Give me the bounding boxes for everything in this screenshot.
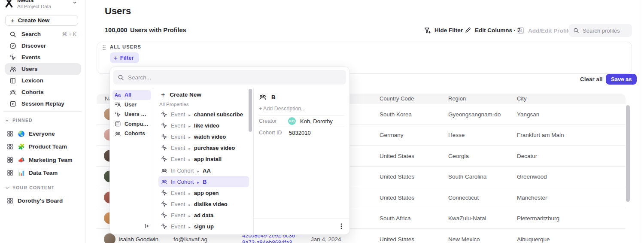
cell-region: KwaZulu-Natal bbox=[448, 215, 486, 222]
column-header-city[interactable]: City bbox=[517, 94, 526, 104]
your-content-section-header[interactable]: YOUR CONTENT bbox=[5, 185, 55, 190]
your-content-label: YOUR CONTENT bbox=[12, 185, 55, 190]
event-icon bbox=[161, 156, 167, 162]
chevron-right-icon bbox=[188, 201, 191, 207]
sidebar-item-label: Cohorts bbox=[21, 89, 44, 95]
sidebar-board-data-team[interactable]: 📊 Data Team bbox=[5, 167, 81, 180]
popup-search-input[interactable] bbox=[128, 74, 342, 81]
property-item-event[interactable]: Eventlike video bbox=[158, 120, 249, 131]
category-cohorts[interactable]: Cohorts bbox=[112, 129, 151, 139]
plus-icon bbox=[161, 91, 165, 99]
category-users-who-did[interactable]: Users who di... bbox=[112, 109, 151, 119]
popup-list-scrollbar[interactable] bbox=[249, 89, 252, 132]
plus-icon bbox=[11, 17, 15, 24]
property-item-event[interactable]: Eventad data bbox=[158, 210, 249, 221]
cell-country: South Korea bbox=[380, 111, 412, 117]
property-item-event[interactable]: Eventdislike video bbox=[158, 199, 249, 210]
pinned-section-header[interactable]: PINNED bbox=[5, 118, 33, 123]
creator-name: Koh, Dorothy bbox=[300, 118, 333, 125]
cell-country: Germany bbox=[380, 132, 404, 138]
sidebar-board-everyone[interactable]: 🌏 Everyone bbox=[5, 127, 81, 140]
category-computed[interactable]: Computed bbox=[112, 119, 151, 129]
app-logo-icon[interactable] bbox=[4, 0, 14, 9]
cohort-id-row: Cohort ID 5832010 bbox=[259, 127, 344, 138]
category-label: Cohorts bbox=[125, 131, 145, 137]
sidebar-item-users[interactable]: Users bbox=[5, 63, 81, 75]
project-chevron-down-icon[interactable] bbox=[72, 0, 77, 5]
cell-region: Hesse bbox=[448, 132, 465, 138]
create-new-button[interactable]: Create New bbox=[5, 15, 78, 26]
board-icon bbox=[7, 170, 14, 176]
chevron-right-icon bbox=[188, 212, 191, 219]
all-users-group-label: ALL USERS bbox=[110, 44, 141, 49]
chevron-right-icon bbox=[188, 223, 191, 230]
user-count: 100,000 bbox=[105, 27, 127, 33]
creator-row: Creator KD Koh, Dorothy bbox=[259, 115, 344, 127]
sidebar-item-session-replay[interactable]: Session Replay bbox=[5, 98, 81, 109]
sidebar-item-label: Events bbox=[21, 54, 40, 61]
sidebar-divider bbox=[3, 111, 82, 112]
chevron-right-icon bbox=[188, 156, 191, 162]
cohort-icon bbox=[115, 131, 121, 137]
sidebar-board-marketing-team[interactable]: 📣 Marketing Team bbox=[5, 153, 81, 167]
sidebar-item-label: Discover bbox=[21, 43, 46, 49]
pinned-list: 🌏 Everyone 🧩 Product Team 📣 Marketing Te… bbox=[5, 127, 81, 179]
count-label[interactable]: Users with Profiles bbox=[130, 27, 186, 33]
event-icon bbox=[161, 122, 167, 129]
replay-icon bbox=[9, 100, 16, 107]
property-item-event[interactable]: Eventsign up bbox=[158, 221, 249, 232]
cell-city: Decatur bbox=[517, 152, 537, 159]
add-filter-button[interactable]: Filter bbox=[110, 52, 139, 63]
profile-search-input[interactable] bbox=[583, 27, 628, 34]
cell-city: Frankfurt am Main bbox=[517, 132, 564, 138]
compass-icon bbox=[9, 43, 16, 49]
cohort-card-footer bbox=[254, 219, 349, 234]
column-header-country-code[interactable]: Country Code bbox=[380, 94, 414, 104]
project-name[interactable]: Media bbox=[17, 0, 33, 3]
property-item-event[interactable]: Eventapp open bbox=[158, 187, 249, 198]
cell-city: Yangsan bbox=[517, 111, 539, 117]
popup-search-box[interactable] bbox=[113, 70, 346, 85]
sidebar-board-product-team[interactable]: 🧩 Product Team bbox=[5, 140, 81, 154]
sidebar-item-search[interactable]: Search ⌘ + K bbox=[5, 28, 81, 40]
search-icon bbox=[9, 31, 16, 38]
category-user[interactable]: User bbox=[112, 100, 151, 110]
property-item-event[interactable]: Eventpurchase video bbox=[158, 143, 249, 154]
column-header-region[interactable]: Region bbox=[448, 94, 466, 104]
save-as-button[interactable]: Save as bbox=[606, 74, 637, 85]
property-item-event[interactable]: Eventapp install bbox=[158, 154, 249, 165]
edit-columns-button[interactable]: Edit Columns · 7 bbox=[465, 27, 521, 33]
chevron-right-icon bbox=[188, 190, 191, 196]
profile-card-icon bbox=[517, 27, 525, 34]
sidebar-item-events[interactable]: Events bbox=[5, 52, 81, 63]
property-item-cohort[interactable]: In CohortAA bbox=[158, 165, 249, 176]
cell-email: fo@ikavaf.ag bbox=[173, 236, 207, 242]
clear-all-button[interactable]: Clear all bbox=[580, 76, 603, 82]
sidebar-item-discover[interactable]: Discover bbox=[5, 40, 81, 52]
cell-city: Pietermaritzburg bbox=[517, 215, 559, 222]
sidebar-item-cohorts[interactable]: Cohorts bbox=[5, 86, 81, 98]
hide-filter-button[interactable]: Hide Filter bbox=[424, 27, 463, 34]
property-item-event[interactable]: Eventwatch video bbox=[158, 131, 249, 142]
sidebar-item-lexicon[interactable]: Lexicon bbox=[5, 75, 81, 86]
pencil-icon bbox=[465, 27, 471, 33]
more-options-icon[interactable] bbox=[338, 223, 344, 230]
drag-handle-icon[interactable] bbox=[102, 45, 106, 51]
all-properties-section-label: All Properties bbox=[158, 100, 249, 109]
chevron-right-icon bbox=[188, 122, 191, 129]
board-icon bbox=[7, 157, 14, 163]
add-description-link[interactable]: + Add Description... bbox=[259, 102, 344, 115]
popup-create-new-button[interactable]: Create New bbox=[158, 89, 249, 100]
chart-emoji-icon: 📊 bbox=[18, 170, 25, 176]
profile-search-box[interactable] bbox=[569, 24, 632, 37]
category-all[interactable]: Aa All bbox=[112, 90, 151, 100]
collapse-panel-icon[interactable] bbox=[144, 223, 150, 229]
sidebar-board-dorothys-board[interactable]: Dorothy's Board bbox=[5, 194, 81, 207]
property-item-event[interactable]: Eventchannel subscribe bbox=[158, 109, 249, 120]
category-label: All bbox=[125, 92, 131, 98]
add-edit-profile-button[interactable]: Add/Edit Profile bbox=[517, 27, 571, 34]
property-item-cohort-selected[interactable]: In CohortB bbox=[158, 176, 249, 187]
chevron-down-icon bbox=[5, 118, 9, 122]
creator-avatar: KD bbox=[288, 117, 296, 125]
table-scrollbar[interactable] bbox=[626, 105, 630, 202]
